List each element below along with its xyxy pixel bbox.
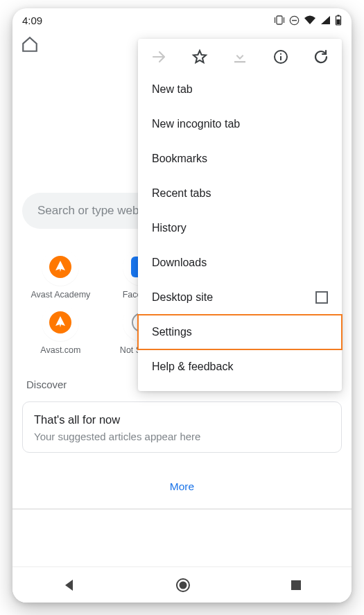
avast-icon xyxy=(49,255,72,279)
status-icons xyxy=(274,15,342,26)
nav-home-button[interactable] xyxy=(175,578,191,593)
do-not-disturb-icon xyxy=(289,15,300,26)
menu-settings[interactable]: Settings xyxy=(138,315,342,349)
cell-signal-icon xyxy=(320,15,331,25)
card-subtitle: Your suggested articles appear here xyxy=(34,431,330,442)
card-title: That's all for now xyxy=(34,413,330,426)
menu-new-incognito-tab[interactable]: New incognito tab xyxy=(138,107,342,141)
shortcut-label: Avast.com xyxy=(22,345,99,355)
status-time: 4:09 xyxy=(22,15,42,26)
menu-item-label: Desktop site xyxy=(152,291,213,304)
menu-icon-row xyxy=(138,39,342,72)
android-nav-bar xyxy=(12,566,352,603)
svg-rect-6 xyxy=(338,15,340,17)
arrow-forward-icon xyxy=(150,49,167,65)
menu-item-label: Help & feedback xyxy=(152,361,233,373)
status-bar: 4:09 xyxy=(12,8,352,29)
back-triangle-icon xyxy=(62,578,76,592)
recent-square-icon xyxy=(290,579,302,591)
refresh-icon xyxy=(313,49,329,65)
menu-item-label: Settings xyxy=(152,326,192,338)
menu-item-label: Recent tabs xyxy=(152,187,211,200)
menu-item-label: Bookmarks xyxy=(152,153,207,165)
menu-new-tab[interactable]: New tab xyxy=(138,72,342,107)
vibrate-icon xyxy=(274,15,285,25)
divider xyxy=(12,508,352,510)
menu-bookmarks[interactable]: Bookmarks xyxy=(138,141,342,176)
forward-button[interactable] xyxy=(150,49,167,65)
home-button[interactable] xyxy=(21,35,39,56)
nav-recent-button[interactable] xyxy=(290,579,302,591)
shortcut-avast-com[interactable]: Avast.com xyxy=(22,304,99,355)
download-icon xyxy=(232,49,248,64)
menu-item-label: New incognito tab xyxy=(152,118,240,130)
menu-recent-tabs[interactable]: Recent tabs xyxy=(138,176,342,211)
wifi-icon xyxy=(304,15,316,25)
menu-item-label: New tab xyxy=(152,83,193,96)
menu-history[interactable]: History xyxy=(138,211,342,245)
shortcut-label: Avast Academy xyxy=(22,290,99,300)
svg-rect-18 xyxy=(291,580,301,590)
home-circle-icon xyxy=(175,578,191,593)
shortcut-avast-academy[interactable]: Avast Academy xyxy=(22,248,99,300)
shortcut-icon xyxy=(42,248,79,286)
home-icon xyxy=(21,35,39,53)
overflow-menu: New tab New incognito tab Bookmarks Rece… xyxy=(138,39,342,391)
info-icon xyxy=(272,49,289,65)
menu-desktop-site[interactable]: Desktop site xyxy=(138,280,342,315)
more-link[interactable]: More xyxy=(22,480,342,493)
desktop-site-checkbox[interactable] xyxy=(315,291,328,304)
bookmark-button[interactable] xyxy=(191,49,208,65)
nav-back-button[interactable] xyxy=(62,578,76,592)
phone-frame: 4:09 Search or type web address xyxy=(12,8,352,603)
menu-item-label: Downloads xyxy=(152,257,207,269)
menu-help-feedback[interactable]: Help & feedback xyxy=(138,349,342,384)
svg-point-23 xyxy=(279,53,281,55)
info-button[interactable] xyxy=(272,49,289,65)
svg-rect-7 xyxy=(337,19,340,24)
star-icon xyxy=(191,49,208,65)
refresh-button[interactable] xyxy=(313,49,329,65)
svg-rect-0 xyxy=(277,16,282,24)
avast-icon xyxy=(49,311,72,334)
discover-card: That's all for now Your suggested articl… xyxy=(22,401,342,453)
shortcut-icon xyxy=(42,304,79,341)
menu-item-label: History xyxy=(152,222,187,234)
download-button[interactable] xyxy=(232,49,248,65)
svg-rect-20 xyxy=(234,61,245,62)
svg-point-17 xyxy=(179,581,187,589)
menu-downloads[interactable]: Downloads xyxy=(138,245,342,280)
battery-icon xyxy=(335,15,342,26)
